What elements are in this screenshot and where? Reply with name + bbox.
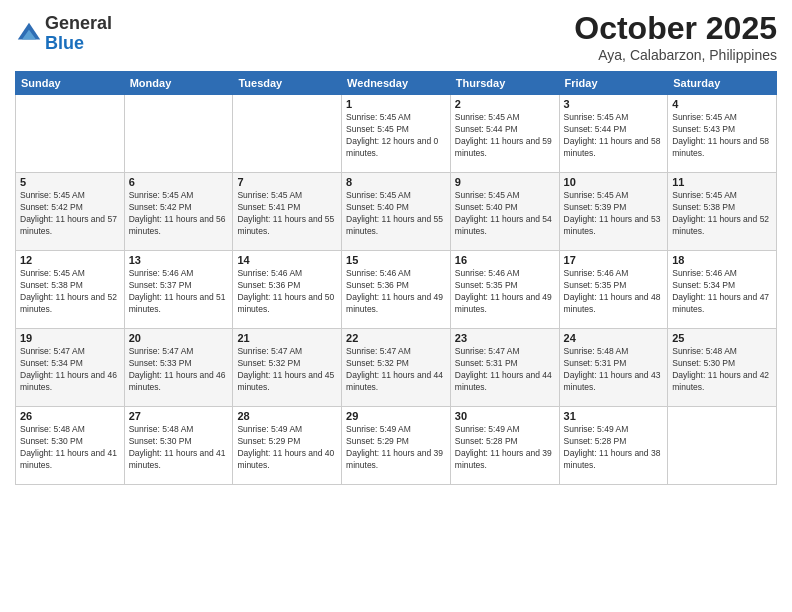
day-info: Sunrise: 5:48 AMSunset: 5:31 PMDaylight:… [564,346,664,394]
day-number: 19 [20,332,120,344]
day-cell: 1Sunrise: 5:45 AMSunset: 5:45 PMDaylight… [342,95,451,173]
day-cell: 14Sunrise: 5:46 AMSunset: 5:36 PMDayligh… [233,251,342,329]
day-cell: 9Sunrise: 5:45 AMSunset: 5:40 PMDaylight… [450,173,559,251]
day-info: Sunrise: 5:49 AMSunset: 5:28 PMDaylight:… [455,424,555,472]
day-number: 25 [672,332,772,344]
day-cell [124,95,233,173]
calendar-container: General Blue October 2025 Aya, Calabarzo… [0,0,792,612]
weekday-header-row: SundayMondayTuesdayWednesdayThursdayFrid… [16,72,777,95]
day-info: Sunrise: 5:47 AMSunset: 5:32 PMDaylight:… [237,346,337,394]
day-info: Sunrise: 5:45 AMSunset: 5:38 PMDaylight:… [20,268,120,316]
day-cell: 31Sunrise: 5:49 AMSunset: 5:28 PMDayligh… [559,407,668,485]
day-info: Sunrise: 5:47 AMSunset: 5:31 PMDaylight:… [455,346,555,394]
day-info: Sunrise: 5:49 AMSunset: 5:29 PMDaylight:… [346,424,446,472]
day-info: Sunrise: 5:46 AMSunset: 5:37 PMDaylight:… [129,268,229,316]
day-info: Sunrise: 5:45 AMSunset: 5:44 PMDaylight:… [564,112,664,160]
day-cell: 3Sunrise: 5:45 AMSunset: 5:44 PMDaylight… [559,95,668,173]
day-info: Sunrise: 5:48 AMSunset: 5:30 PMDaylight:… [672,346,772,394]
day-number: 29 [346,410,446,422]
header: General Blue October 2025 Aya, Calabarzo… [15,10,777,63]
weekday-header-friday: Friday [559,72,668,95]
day-cell: 20Sunrise: 5:47 AMSunset: 5:33 PMDayligh… [124,329,233,407]
day-number: 12 [20,254,120,266]
title-block: October 2025 Aya, Calabarzon, Philippine… [574,10,777,63]
day-number: 22 [346,332,446,344]
weekday-header-sunday: Sunday [16,72,125,95]
day-cell: 7Sunrise: 5:45 AMSunset: 5:41 PMDaylight… [233,173,342,251]
day-cell [16,95,125,173]
day-number: 28 [237,410,337,422]
day-number: 26 [20,410,120,422]
day-number: 6 [129,176,229,188]
logo-icon [15,20,43,48]
day-number: 11 [672,176,772,188]
day-info: Sunrise: 5:46 AMSunset: 5:36 PMDaylight:… [237,268,337,316]
day-cell: 13Sunrise: 5:46 AMSunset: 5:37 PMDayligh… [124,251,233,329]
day-cell [668,407,777,485]
day-info: Sunrise: 5:45 AMSunset: 5:45 PMDaylight:… [346,112,446,160]
weekday-header-thursday: Thursday [450,72,559,95]
day-info: Sunrise: 5:46 AMSunset: 5:35 PMDaylight:… [564,268,664,316]
day-cell: 27Sunrise: 5:48 AMSunset: 5:30 PMDayligh… [124,407,233,485]
day-number: 21 [237,332,337,344]
day-number: 20 [129,332,229,344]
day-number: 16 [455,254,555,266]
day-number: 31 [564,410,664,422]
day-cell: 17Sunrise: 5:46 AMSunset: 5:35 PMDayligh… [559,251,668,329]
day-number: 15 [346,254,446,266]
day-cell: 6Sunrise: 5:45 AMSunset: 5:42 PMDaylight… [124,173,233,251]
day-number: 4 [672,98,772,110]
day-number: 13 [129,254,229,266]
day-number: 30 [455,410,555,422]
day-cell: 26Sunrise: 5:48 AMSunset: 5:30 PMDayligh… [16,407,125,485]
weekday-header-saturday: Saturday [668,72,777,95]
day-number: 5 [20,176,120,188]
week-row-3: 12Sunrise: 5:45 AMSunset: 5:38 PMDayligh… [16,251,777,329]
day-number: 1 [346,98,446,110]
day-info: Sunrise: 5:47 AMSunset: 5:32 PMDaylight:… [346,346,446,394]
day-number: 14 [237,254,337,266]
day-info: Sunrise: 5:45 AMSunset: 5:40 PMDaylight:… [455,190,555,238]
day-info: Sunrise: 5:45 AMSunset: 5:42 PMDaylight:… [20,190,120,238]
day-info: Sunrise: 5:45 AMSunset: 5:39 PMDaylight:… [564,190,664,238]
day-number: 10 [564,176,664,188]
day-cell: 4Sunrise: 5:45 AMSunset: 5:43 PMDaylight… [668,95,777,173]
day-number: 7 [237,176,337,188]
weekday-header-wednesday: Wednesday [342,72,451,95]
day-cell: 10Sunrise: 5:45 AMSunset: 5:39 PMDayligh… [559,173,668,251]
day-cell: 15Sunrise: 5:46 AMSunset: 5:36 PMDayligh… [342,251,451,329]
day-info: Sunrise: 5:47 AMSunset: 5:34 PMDaylight:… [20,346,120,394]
location-subtitle: Aya, Calabarzon, Philippines [574,47,777,63]
day-number: 8 [346,176,446,188]
day-info: Sunrise: 5:48 AMSunset: 5:30 PMDaylight:… [20,424,120,472]
day-info: Sunrise: 5:49 AMSunset: 5:28 PMDaylight:… [564,424,664,472]
calendar-table: SundayMondayTuesdayWednesdayThursdayFrid… [15,71,777,485]
day-info: Sunrise: 5:45 AMSunset: 5:43 PMDaylight:… [672,112,772,160]
week-row-2: 5Sunrise: 5:45 AMSunset: 5:42 PMDaylight… [16,173,777,251]
day-cell: 21Sunrise: 5:47 AMSunset: 5:32 PMDayligh… [233,329,342,407]
day-info: Sunrise: 5:45 AMSunset: 5:44 PMDaylight:… [455,112,555,160]
day-number: 23 [455,332,555,344]
day-info: Sunrise: 5:45 AMSunset: 5:40 PMDaylight:… [346,190,446,238]
day-number: 24 [564,332,664,344]
logo-general: General [45,13,112,33]
day-info: Sunrise: 5:45 AMSunset: 5:38 PMDaylight:… [672,190,772,238]
day-number: 17 [564,254,664,266]
month-title: October 2025 [574,10,777,47]
day-cell [233,95,342,173]
day-cell: 24Sunrise: 5:48 AMSunset: 5:31 PMDayligh… [559,329,668,407]
day-cell: 29Sunrise: 5:49 AMSunset: 5:29 PMDayligh… [342,407,451,485]
day-info: Sunrise: 5:45 AMSunset: 5:41 PMDaylight:… [237,190,337,238]
week-row-4: 19Sunrise: 5:47 AMSunset: 5:34 PMDayligh… [16,329,777,407]
day-info: Sunrise: 5:46 AMSunset: 5:36 PMDaylight:… [346,268,446,316]
day-info: Sunrise: 5:46 AMSunset: 5:35 PMDaylight:… [455,268,555,316]
day-cell: 18Sunrise: 5:46 AMSunset: 5:34 PMDayligh… [668,251,777,329]
day-info: Sunrise: 5:48 AMSunset: 5:30 PMDaylight:… [129,424,229,472]
day-number: 3 [564,98,664,110]
day-info: Sunrise: 5:47 AMSunset: 5:33 PMDaylight:… [129,346,229,394]
day-cell: 5Sunrise: 5:45 AMSunset: 5:42 PMDaylight… [16,173,125,251]
day-cell: 2Sunrise: 5:45 AMSunset: 5:44 PMDaylight… [450,95,559,173]
day-number: 27 [129,410,229,422]
day-cell: 8Sunrise: 5:45 AMSunset: 5:40 PMDaylight… [342,173,451,251]
day-info: Sunrise: 5:46 AMSunset: 5:34 PMDaylight:… [672,268,772,316]
